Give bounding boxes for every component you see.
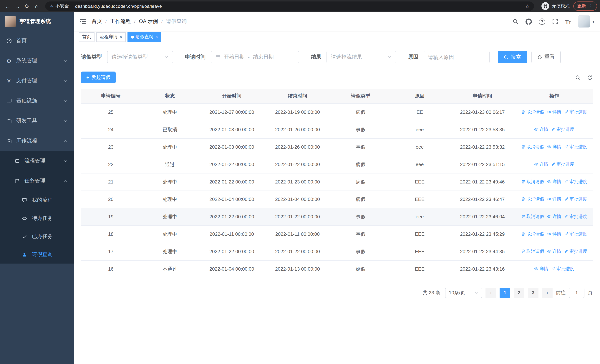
sidebar-item-task-mgmt[interactable]: 任务管理 [0,171,74,191]
detail-action[interactable]: 详情 [547,214,561,220]
create-leave-button[interactable]: + 发起请假 [81,72,116,84]
cancel-leave-action[interactable]: 取消请假 [521,248,544,255]
approval-progress-action[interactable]: 审批进度 [551,126,574,133]
page-size-value: 10条/页 [449,289,465,296]
address-bar[interactable]: ⚠ 不安全 dashboard.yudao.iocoder.cn/bpm/oa/… [45,1,534,11]
sidebar-toggle-icon[interactable] [79,19,86,24]
sidebar-item-my-process[interactable]: 我的流程 [0,191,74,209]
approval-progress-action[interactable]: 审批进度 [564,109,587,115]
cancel-leave-action[interactable]: 取消请假 [521,109,544,115]
search-button[interactable]: 搜索 [498,51,527,63]
table-row: 23处理中2022-01-03 00:00:002022-01-26 00:00… [81,138,593,156]
detail-action[interactable]: 详情 [547,109,561,115]
sidebar-item-label: 支付管理 [16,77,37,84]
approval-progress-action[interactable]: 审批进度 [564,231,587,237]
detail-action[interactable]: 详情 [547,144,561,150]
cell-reason: eee [391,121,449,138]
breadcrumb-item[interactable]: 工作流程 [110,18,131,25]
detail-action[interactable]: 详情 [534,126,548,133]
approval-progress-action[interactable]: 审批进度 [551,161,574,168]
sidebar-item-process-mgmt[interactable]: 流程管理 [0,151,74,171]
browser-menu-icon[interactable]: ⋮ [589,3,593,9]
github-icon[interactable] [525,18,532,25]
security-warning-chip[interactable]: ⚠ 不安全 [50,3,69,9]
close-icon[interactable]: × [119,35,122,39]
cancel-leave-action[interactable]: 取消请假 [521,179,544,185]
sidebar-item-label: 请假查询 [32,251,53,258]
sidebar-item-home[interactable]: 首页 [0,31,74,51]
sidebar-item-leave-query[interactable]: 请假查询 [0,245,74,263]
detail-action[interactable]: 详情 [547,231,561,237]
reason-input[interactable] [424,51,489,63]
column-header-end-time: 结束时间 [264,89,331,103]
sidebar-item-devtools[interactable]: 研发工具 [0,111,74,131]
browser-update-button[interactable]: 更新 ⋮ [573,1,597,11]
app-logo[interactable]: 芋道管理系统 [0,12,74,31]
close-icon[interactable]: × [155,35,158,39]
cancel-leave-action[interactable]: 取消请假 [521,144,544,150]
approval-progress-action[interactable]: 审批进度 [551,266,574,272]
approval-progress-action[interactable]: 审批进度 [564,179,587,185]
sidebar-item-todo-tasks[interactable]: 待办任务 [0,209,74,227]
reset-button[interactable]: 重置 [531,51,561,63]
leave-type-placeholder: 请选择请假类型 [112,54,148,60]
table-search-toggle-icon[interactable] [575,75,581,80]
cell-start-time: 2021-12-27 00:00:00 [199,103,264,121]
page-button-1[interactable]: 1 [500,288,510,298]
goto-page-input[interactable] [569,288,584,298]
page-button-2[interactable]: 2 [514,288,525,298]
browser-back-button[interactable]: ← [3,1,13,11]
cancel-leave-action[interactable]: 取消请假 [521,214,544,220]
detail-action[interactable]: 详情 [534,266,548,272]
prev-page-button[interactable]: ‹ [486,288,496,298]
tab-process-detail[interactable]: 流程详情 × [96,32,125,42]
detail-action[interactable]: 详情 [547,248,561,255]
avatar[interactable] [578,15,591,28]
cancel-leave-action[interactable]: 取消请假 [521,196,544,202]
sidebar-item-infra[interactable]: 基础设施 [0,91,74,111]
breadcrumb-item[interactable]: 首页 [92,18,102,25]
sidebar-item-done-tasks[interactable]: 已办任务 [0,227,74,245]
goto-page-suffix: 页 [588,289,593,296]
tab-home[interactable]: 首页 [79,32,94,42]
browser-forward-button[interactable]: → [13,1,22,11]
sidebar-item-payment[interactable]: ¥ 支付管理 [0,71,74,91]
page-size-select[interactable]: 10条/页 [445,288,482,298]
detail-action[interactable]: 详情 [547,179,561,185]
approval-progress-action[interactable]: 审批进度 [564,196,587,202]
sidebar-item-workflow[interactable]: 工作流程 [0,131,74,151]
search-icon[interactable] [513,19,518,24]
navbar: 首页 / 工作流程 / OA 示例 / 请假查询 ? [74,12,600,31]
tab-leave-query[interactable]: 请假查询 × [127,32,161,42]
cancel-leave-action[interactable]: 取消请假 [521,231,544,237]
table-header-row: 申请编号 状态 开始时间 结束时间 请假类型 原因 申请时间 操作 [81,89,593,103]
approval-progress-action[interactable]: 审批进度 [564,144,587,150]
approval-progress-action[interactable]: 审批进度 [564,214,587,220]
sidebar-item-label: 系统管理 [16,57,37,64]
cell-leave-type: 事假 [331,243,391,260]
page-button-3[interactable]: 3 [528,288,538,298]
cell-leave-type: 婚假 [331,260,391,278]
browser-reload-button[interactable]: ⟳ [22,1,32,11]
navbar-actions: ? TT ▾ [513,15,594,28]
breadcrumb-item[interactable]: OA 示例 [139,18,158,25]
date-range-picker[interactable]: 开始日期 - 结束日期 [211,51,299,63]
table-refresh-icon[interactable] [587,75,593,80]
url-text[interactable]: dashboard.yudao.iocoder.cn/bpm/oa/leave [75,3,525,9]
result-select[interactable]: 请选择流结果 [327,51,396,63]
eye-icon [534,162,539,167]
help-icon[interactable]: ? [539,18,545,25]
trash-icon [521,180,526,184]
fullscreen-icon[interactable] [552,19,558,24]
detail-action[interactable]: 详情 [547,196,561,202]
user-menu[interactable]: ▾ [578,15,594,28]
cell-apply-time: 2022-01-22 23:53:32 [449,138,516,156]
approval-progress-action[interactable]: 审批进度 [564,248,587,255]
detail-action[interactable]: 详情 [534,161,548,168]
browser-home-button[interactable]: ⌂ [32,1,41,11]
next-page-button[interactable]: › [542,288,553,298]
bookmark-star-icon[interactable]: ☆ [525,3,530,9]
sidebar-item-system[interactable]: ⚙ 系统管理 [0,51,74,71]
font-size-icon[interactable]: TT [565,19,571,24]
leave-type-select[interactable]: 请选择请假类型 [107,51,173,63]
